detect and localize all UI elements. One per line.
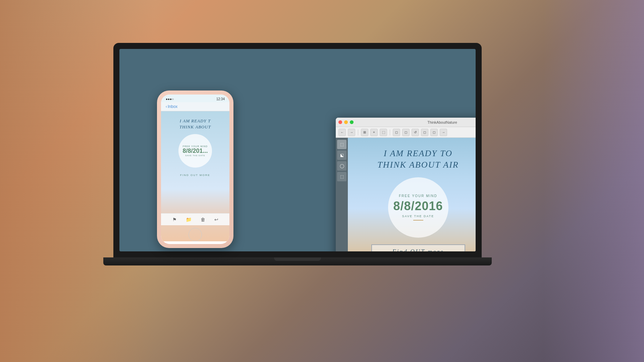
- find-out-more-button[interactable]: Find OUT more: [371, 244, 465, 251]
- window-traffic-lights: [338, 120, 354, 124]
- window-body: ⬚ ⬕ ◯ ⬚: [336, 138, 476, 251]
- window-title: ThinkAboutNature: [427, 120, 457, 124]
- phone-find-out: Find out more: [180, 174, 210, 177]
- toolbar-separator: [358, 129, 358, 135]
- main-title: I AM Ready to THINK ABOUT AIR: [348, 138, 476, 171]
- circle-decorative-line: [413, 220, 423, 221]
- circle-bottom-text: Save the Date: [402, 215, 434, 218]
- sidebar-mobile-icon[interactable]: ⬕: [337, 150, 346, 160]
- toolbar-add[interactable]: +: [370, 129, 378, 136]
- bg-laptop-overlay: [543, 0, 644, 362]
- sidebar-desktop-icon[interactable]: ⬚: [337, 140, 346, 149]
- phone-nav-bar: ‹ Inbox: [161, 102, 229, 111]
- toolbar-obj2[interactable]: ◻: [430, 129, 438, 136]
- phone-signal: ●●●○: [166, 97, 174, 101]
- toolbar-crop[interactable]: ⬚: [380, 129, 387, 136]
- window-sidebar: ⬚ ⬕ ◯ ⬚: [336, 138, 348, 251]
- maximize-button[interactable]: [350, 120, 354, 124]
- date-circle: Free your Mind 8/8/2016 Save the Date: [388, 177, 448, 238]
- phone-home-button[interactable]: [189, 228, 202, 241]
- toolbar-obj1[interactable]: ◻: [421, 129, 428, 136]
- laptop-camera: [274, 257, 321, 261]
- laptop-base: [103, 257, 492, 265]
- phone-frame: ●●●○ 12:34 ‹ Inbox I AM Ready T THINK AB…: [157, 90, 233, 248]
- toolbar-rotate[interactable]: ↺: [412, 129, 419, 136]
- toolbar-view2[interactable]: ◻: [402, 129, 410, 136]
- sidebar-preview-icon[interactable]: ⬚: [337, 172, 346, 181]
- window-titlebar: ThinkAboutNature: [336, 118, 476, 127]
- close-button[interactable]: [338, 120, 342, 124]
- phone-circle-date: 8/8/201...: [182, 147, 208, 155]
- phone-toolbar-flag[interactable]: ⚑: [172, 217, 177, 222]
- phone-screen: ●●●○ 12:34 ‹ Inbox I AM Ready T THINK AB…: [161, 95, 229, 244]
- toolbar-separator2: [390, 129, 390, 135]
- phone-status-bar: ●●●○ 12:34: [161, 95, 229, 102]
- app-window: ThinkAboutNature ← → ⊞ + ⬚ ◻ ◻ ↺ ◻ ◻ →: [336, 118, 476, 251]
- phone-bottom-toolbar: ⚑ 📁 🗑 ↩: [161, 213, 229, 225]
- toolbar-grid[interactable]: ⊞: [361, 129, 368, 136]
- phone-back-label[interactable]: Inbox: [168, 104, 177, 109]
- toolbar-forward[interactable]: →: [348, 129, 355, 136]
- phone-title: I AM Ready T THINK ABOUT: [179, 118, 211, 130]
- phone-date-circle: Free your mind 8/8/201... Save the Date: [178, 134, 212, 168]
- toolbar-arrow[interactable]: →: [440, 129, 447, 136]
- phone-toolbar-folder[interactable]: 📁: [186, 217, 192, 222]
- window-toolbar: ← → ⊞ + ⬚ ◻ ◻ ↺ ◻ ◻ → 🖼 A ⬚: [336, 127, 476, 138]
- minimize-button[interactable]: [344, 120, 348, 124]
- phone-toolbar-trash[interactable]: 🗑: [201, 217, 205, 222]
- toolbar-back[interactable]: ←: [338, 129, 346, 136]
- email-content-area: I AM Ready to THINK ABOUT AIR Free your …: [348, 138, 476, 251]
- toolbar-view1[interactable]: ◻: [393, 129, 400, 136]
- circle-top-text: Free your Mind: [399, 194, 437, 198]
- phone-toolbar-reply[interactable]: ↩: [214, 217, 218, 222]
- circle-date-text: 8/8/2016: [393, 199, 443, 213]
- phone-time: 12:34: [216, 97, 225, 101]
- phone-circle-bottom: Save the Date: [185, 155, 205, 157]
- sidebar-tablet-icon[interactable]: ◯: [337, 161, 346, 171]
- phone-circle-top: Free your mind: [183, 145, 208, 147]
- phone-back-chevron: ‹: [166, 104, 167, 109]
